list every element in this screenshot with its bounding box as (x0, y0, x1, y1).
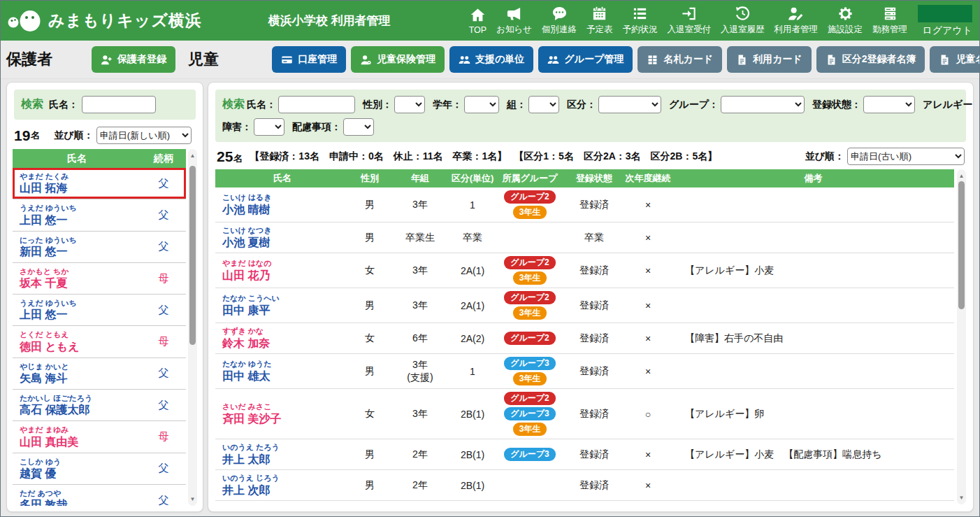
guardian-name: 山田 真由美 (20, 435, 78, 449)
child-row[interactable]: こいけ はるき小池 晴樹男3年1グループ23年生登録済× (215, 187, 954, 222)
children-table: 氏名性別年組区分(単位)所属グループ登録状態次年度継続備考 こいけ はるき小池 … (215, 169, 966, 504)
children-sort-select[interactable]: 申請日(古い順) (847, 148, 965, 165)
guardian-sort-select[interactable]: 申請日(新しい順) (96, 127, 192, 144)
filter-kubun-label: 区分： (567, 99, 596, 111)
doc-icon (736, 54, 748, 66)
child-kana: すずき かな (222, 326, 350, 336)
group-badge: グループ2 (504, 332, 556, 345)
enter-icon (681, 6, 697, 22)
child-name: 小池 夏樹 (222, 236, 350, 250)
guardian-relation: 父 (141, 494, 186, 506)
filter-group-select[interactable] (721, 96, 805, 113)
nav-item-label: 予定表 (586, 24, 613, 36)
nav-item-attendance[interactable]: 勤務管理 (867, 6, 912, 36)
scroll-thumb[interactable] (189, 166, 196, 345)
child-row[interactable]: いのうえ たろう井上 太郎男2年2B(1)グループ3登録済×【アレルギー】小麦 … (215, 439, 954, 470)
scroll-up-icon[interactable]: ▲ (188, 151, 197, 160)
megaphone-icon (506, 6, 522, 22)
nav-item-schedule[interactable]: 予定表 (582, 6, 618, 36)
guardian-kana: とくだ ともえ (20, 330, 80, 339)
child-next-year: × (624, 480, 672, 491)
child-groups: グループ2 (495, 332, 565, 345)
nav-item-contact[interactable]: 個別連絡 (537, 6, 582, 36)
guardian-row[interactable]: たかいし ほごたろう高石 保護太郎父 (13, 390, 186, 421)
filter-disability-select[interactable] (254, 118, 284, 136)
child-grade: 3年 (支援) (390, 359, 450, 383)
filter-name-label: 氏名： (247, 99, 276, 111)
brand-name: みまもりキッズ横浜 (48, 10, 202, 31)
child-names: たなか ゆうた田中 雄太 (215, 359, 350, 383)
account-button[interactable]: 口座管理 (272, 46, 346, 73)
guardian-name: 徳田 ともえ (20, 340, 80, 354)
guardian-row[interactable]: やじま かいと矢島 海斗父 (13, 358, 186, 390)
scroll-down-icon[interactable]: ▼ (188, 495, 197, 504)
nav-item-reservation[interactable]: 予約状況 (618, 6, 663, 36)
nav-item-user-admin[interactable]: 利用者管理 (770, 6, 823, 36)
children-count: 25 (217, 148, 233, 165)
insurance-button-label: 児童保険管理 (377, 53, 435, 66)
filter-gender-select[interactable] (394, 96, 425, 113)
logout-button[interactable]: ログアウト (918, 5, 972, 37)
child-row[interactable]: こいけ なつき小池 夏樹男卒業生卒業卒業× (215, 222, 954, 253)
guardian-row[interactable]: とくだ ともえ徳田 ともえ母 (13, 326, 186, 357)
chat-icon (552, 6, 568, 22)
guardian-row[interactable]: やまだ たくみ山田 拓海父 (13, 168, 186, 199)
filter-name-input[interactable] (278, 96, 355, 113)
guardian-row[interactable]: ただ あつや多田 敦哉父 (13, 485, 186, 506)
nav-item-checkin[interactable]: 入退室受付 (663, 6, 716, 36)
guardian-row[interactable]: にった ゆういち新田 悠一父 (13, 232, 186, 263)
filter-status-select[interactable] (863, 96, 915, 113)
group-admin-button[interactable]: グループ管理 (538, 46, 633, 73)
child-row[interactable]: やまだ はなの山田 花乃女3年2A(1)グループ23年生登録済×【アレルギー】小… (215, 253, 954, 288)
guardian-row[interactable]: うえだ ゆういち上田 悠一父 (13, 295, 186, 326)
name-card-button[interactable]: 名札カード (637, 46, 722, 73)
child-row[interactable]: たなか ゆうた田中 雄太男3年 (支援)1グループ33年生登録済× (215, 354, 954, 389)
guardian-register-button[interactable]: 保護者登録 (92, 46, 175, 73)
nav-item-news[interactable]: お知らせ (491, 6, 537, 36)
filter-kubun: 区分： (567, 96, 661, 113)
filter-care-select[interactable] (343, 118, 374, 136)
children-column-header: 登録状態 (565, 172, 624, 185)
guardian-scrollbar[interactable]: ▲ ▼ (188, 149, 197, 506)
nav-item-top[interactable]: TOP (464, 7, 491, 35)
guardian-row[interactable]: さかもと ちか坂本 千夏母 (13, 263, 186, 295)
guardians-panel: 検索 氏名： 19 名 並び順： 申請日(新しい順) 氏名 続柄 やまだ たくみ… (6, 82, 203, 512)
child-status: 登録済 (565, 264, 624, 277)
filter-disability-label: 障害： (222, 121, 252, 134)
filter-grade-select[interactable] (464, 96, 499, 113)
guardian-count-row: 19 名 並び順： 申請日(新しい順) (7, 127, 203, 144)
filter-class-select[interactable] (528, 96, 559, 113)
children-roster-button[interactable]: 児童名簿 (930, 46, 980, 73)
child-groups: グループ33年生 (495, 357, 565, 385)
guardian-kana: こしか ゆう (20, 457, 61, 467)
use-card-button[interactable]: 利用カード (727, 46, 812, 73)
group-badge: グループ3 (504, 407, 556, 420)
brand[interactable]: みまもりキッズ横浜 (6, 7, 202, 35)
guardian-row[interactable]: こしか ゆう越賀 優父 (13, 453, 186, 485)
support-unit-button[interactable]: 支援の単位 (449, 46, 533, 73)
guardian-row[interactable]: やまだ まゆみ山田 真由美母 (13, 421, 186, 453)
guardian-relation: 母 (141, 430, 186, 444)
guardian-names: やじま かいと矢島 海斗 (20, 362, 69, 385)
child-row[interactable]: いのうえ じろう井上 次郎男2年2B(1)登録済× (215, 470, 954, 501)
insurance-button[interactable]: 児童保険管理 (351, 46, 445, 73)
children-scrollbar[interactable]: ▲ ▼ (957, 169, 966, 504)
scroll-thumb[interactable] (958, 181, 965, 309)
filter-gender: 性別： (363, 96, 425, 113)
scroll-up-icon[interactable]: ▲ (957, 171, 966, 180)
guardian-relation: 父 (141, 208, 186, 222)
guardian-name-input[interactable] (82, 96, 156, 113)
guardian-row[interactable]: うえだ ゆういち上田 悠一父 (13, 199, 186, 231)
filter-kubun-select[interactable] (598, 96, 661, 113)
guardian-name: 新田 悠一 (20, 245, 77, 259)
nav-item-entry-history[interactable]: 入退室履歴 (716, 6, 770, 36)
child-next-year: × (624, 199, 672, 211)
guardian-names: こしか ゆう越賀 優 (20, 457, 61, 481)
nav-item-facility-settings[interactable]: 施設設定 (823, 6, 867, 36)
child-row[interactable]: すずき かな鈴木 加奈女6年2A(2)グループ2登録済×【障害】右手の不自由 (215, 323, 954, 354)
child-row[interactable]: さいだ みさこ斉田 美沙子女3年2B(1)グループ2グループ33年生登録済○【ア… (215, 389, 954, 439)
scroll-down-icon[interactable]: ▼ (957, 493, 966, 502)
child-row[interactable]: いのうえ さぶろう井上 三郎男2年2B(1)登録済× (215, 501, 954, 504)
child-row[interactable]: たなか こうへい田中 康平男3年2A(1)グループ23年生登録済× (215, 288, 954, 323)
kubun2-roster-button[interactable]: 区分2登録者名簿 (816, 46, 925, 73)
